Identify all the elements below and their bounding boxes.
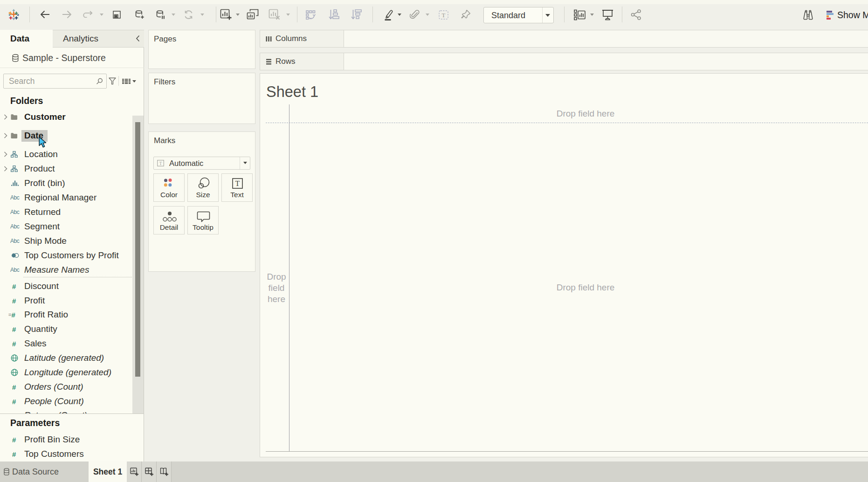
svg-text:T: T bbox=[159, 161, 162, 166]
svg-text:T: T bbox=[235, 179, 240, 187]
svg-text:T: T bbox=[442, 12, 446, 19]
